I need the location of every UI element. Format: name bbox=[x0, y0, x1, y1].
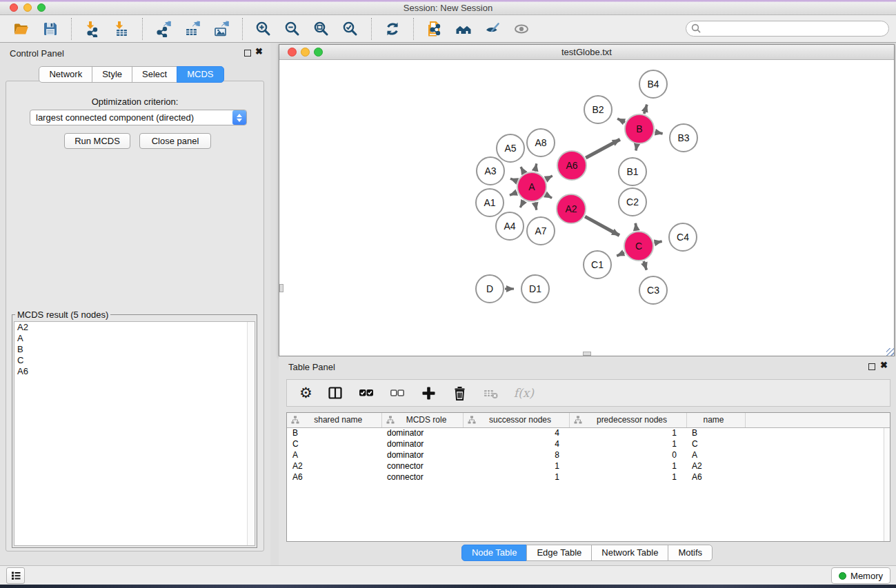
table-close-panel-icon[interactable]: ✖ bbox=[880, 360, 888, 370]
resize-grip-icon[interactable] bbox=[886, 348, 894, 356]
column-header-name[interactable]: name bbox=[686, 413, 745, 427]
cell-shared-name[interactable]: A bbox=[287, 449, 381, 460]
table-row[interactable]: A6connector11A6 bbox=[287, 472, 890, 483]
mcds-result-item[interactable]: A2 bbox=[14, 322, 255, 333]
tab-motifs[interactable]: Motifs bbox=[668, 545, 713, 561]
edge-A-A8[interactable] bbox=[535, 163, 537, 171]
zoom-window-button[interactable] bbox=[37, 3, 46, 12]
cell-MCDS-role[interactable]: connector bbox=[381, 472, 463, 483]
node-A1[interactable]: A1 bbox=[476, 189, 504, 216]
split-panel-icon[interactable] bbox=[328, 383, 344, 403]
edge-A-A3[interactable] bbox=[510, 179, 517, 181]
cell-predecessor-nodes[interactable]: 1 bbox=[569, 438, 686, 449]
node-A[interactable]: A bbox=[517, 172, 546, 201]
column-header-predecessor-nodes[interactable]: predecessor nodes bbox=[569, 413, 686, 427]
float-panel-icon[interactable] bbox=[244, 50, 251, 57]
zoom-out-icon[interactable] bbox=[282, 19, 303, 39]
cell-shared-name[interactable]: A2 bbox=[287, 460, 381, 472]
mcds-result-item[interactable]: A bbox=[14, 333, 255, 344]
memory-button[interactable]: Memory bbox=[831, 567, 890, 584]
cell-predecessor-nodes[interactable]: 1 bbox=[569, 472, 686, 483]
table-row[interactable]: A2connector11A2 bbox=[287, 460, 890, 472]
tab-style[interactable]: Style bbox=[92, 66, 132, 83]
cell-successor-nodes[interactable]: 4 bbox=[463, 427, 569, 438]
edge-B-B2[interactable] bbox=[617, 119, 625, 122]
task-history-button[interactable] bbox=[6, 567, 25, 584]
edge-A2-C[interactable] bbox=[585, 216, 619, 235]
column-header-successor-nodes[interactable]: successor nodes bbox=[463, 413, 569, 427]
gear-icon[interactable]: ⚙ bbox=[299, 383, 312, 403]
edge-A-A5[interactable] bbox=[521, 167, 524, 173]
export-network-icon[interactable] bbox=[153, 19, 174, 39]
add-column-icon[interactable] bbox=[421, 383, 437, 403]
network-window-titlebar[interactable]: testGlobe.txt bbox=[279, 45, 894, 60]
table-scrollbar[interactable] bbox=[884, 428, 890, 541]
cell-MCDS-role[interactable]: dominator bbox=[381, 449, 463, 460]
node-A2[interactable]: A2 bbox=[557, 194, 586, 223]
zoom-fit-icon[interactable] bbox=[311, 19, 332, 39]
import-network-icon[interactable] bbox=[82, 19, 103, 39]
network-from-selection-icon[interactable] bbox=[424, 19, 445, 39]
delete-column-icon[interactable] bbox=[452, 383, 468, 403]
deselect-all-icon[interactable] bbox=[390, 383, 406, 403]
houses-icon[interactable] bbox=[453, 19, 474, 39]
tab-network-table[interactable]: Network Table bbox=[591, 545, 668, 561]
node-D[interactable]: D bbox=[476, 275, 504, 303]
save-session-icon[interactable] bbox=[40, 19, 61, 39]
edge-C-C1[interactable] bbox=[617, 252, 624, 256]
edge-C-C4[interactable] bbox=[655, 241, 662, 243]
close-panel-icon[interactable]: ✖ bbox=[255, 46, 263, 57]
cell-predecessor-nodes[interactable]: 1 bbox=[569, 427, 686, 438]
cell-shared-name[interactable]: A6 bbox=[287, 472, 381, 483]
table-float-panel-icon[interactable] bbox=[868, 363, 875, 370]
eye-slash-icon[interactable] bbox=[482, 19, 503, 39]
criterion-dropdown[interactable]: largest connected component (directed) bbox=[30, 110, 247, 125]
cell-MCDS-role[interactable]: dominator bbox=[381, 438, 463, 449]
cell-MCDS-role[interactable]: dominator bbox=[381, 427, 463, 438]
node-B3[interactable]: B3 bbox=[670, 124, 697, 152]
cell-name[interactable]: A2 bbox=[686, 460, 745, 472]
splitter-handle-bottom[interactable] bbox=[583, 352, 591, 356]
node-A4[interactable]: A4 bbox=[496, 212, 524, 240]
node-C1[interactable]: C1 bbox=[584, 251, 611, 278]
list-scrollbar[interactable] bbox=[247, 322, 255, 545]
edge-B-B3[interactable] bbox=[655, 132, 663, 134]
eye-icon[interactable] bbox=[511, 19, 532, 39]
network-minimize-button[interactable] bbox=[301, 48, 310, 57]
close-window-button[interactable] bbox=[10, 3, 18, 12]
cell-predecessor-nodes[interactable]: 0 bbox=[569, 449, 686, 460]
table-row[interactable]: Adominator80A bbox=[287, 449, 890, 460]
cell-predecessor-nodes[interactable]: 1 bbox=[569, 460, 686, 472]
table-row[interactable]: Bdominator41B bbox=[287, 427, 890, 438]
edge-A-A7[interactable] bbox=[535, 203, 537, 210]
refresh-icon[interactable] bbox=[382, 19, 403, 39]
node-C3[interactable]: C3 bbox=[639, 276, 667, 304]
tab-select[interactable]: Select bbox=[132, 66, 177, 83]
node-C2[interactable]: C2 bbox=[619, 188, 646, 216]
network-close-button[interactable] bbox=[288, 48, 297, 57]
edge-C-C3[interactable] bbox=[644, 261, 646, 270]
edge-B-B4[interactable] bbox=[644, 105, 647, 114]
cell-MCDS-role[interactable]: connector bbox=[381, 460, 463, 472]
export-table-icon[interactable] bbox=[182, 19, 203, 39]
edge-A-A4[interactable] bbox=[520, 201, 524, 207]
cell-name[interactable]: B bbox=[686, 427, 745, 438]
cell-name[interactable]: C bbox=[686, 438, 745, 449]
zoom-in-icon[interactable] bbox=[253, 19, 274, 39]
node-B[interactable]: B bbox=[625, 114, 654, 143]
node-A7[interactable]: A7 bbox=[527, 217, 555, 245]
run-mcds-button[interactable]: Run MCDS bbox=[64, 133, 130, 149]
edge-A-A2[interactable] bbox=[546, 194, 552, 198]
cell-name[interactable]: A bbox=[686, 449, 745, 460]
edge-A-A1[interactable] bbox=[510, 192, 517, 195]
cell-name[interactable]: A6 bbox=[686, 472, 745, 483]
node-A8[interactable]: A8 bbox=[527, 129, 555, 156]
search-input[interactable] bbox=[686, 21, 889, 37]
column-header-shared-name[interactable]: shared name bbox=[287, 413, 381, 427]
column-header-MCDS-role[interactable]: MCDS role bbox=[381, 413, 463, 427]
tab-edge-table[interactable]: Edge Table bbox=[526, 545, 592, 561]
mcds-result-item[interactable]: A6 bbox=[14, 366, 255, 377]
tab-node-table[interactable]: Node Table bbox=[461, 545, 528, 561]
minimize-window-button[interactable] bbox=[23, 3, 32, 12]
edge-A-A6[interactable] bbox=[546, 176, 552, 179]
